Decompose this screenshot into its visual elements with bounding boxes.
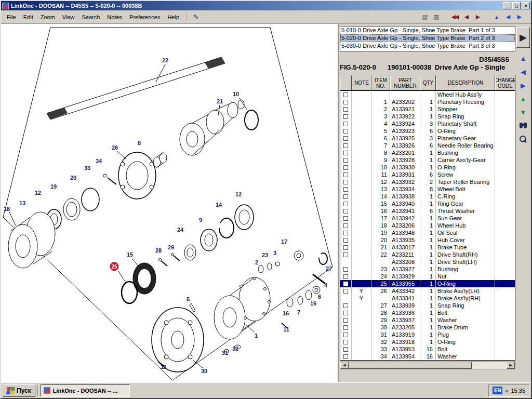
back-arrow-icon[interactable]: ◀ <box>502 12 513 22</box>
part-row-4[interactable]: 4A1339243Planetary Shaft <box>340 120 515 127</box>
part-row-32[interactable]: 32A1339181O-Ring <box>340 338 515 345</box>
row-checkbox[interactable] <box>343 136 348 141</box>
callout-6[interactable]: 6 <box>318 294 321 300</box>
row-checkbox[interactable] <box>343 114 348 119</box>
callout-10[interactable]: 10 <box>233 91 239 97</box>
callout-2[interactable]: 2 <box>255 259 258 265</box>
green-down-arrow-icon[interactable]: ▼ <box>518 107 528 117</box>
menu-notes[interactable]: Notes <box>103 12 126 22</box>
scrollbar-track[interactable] <box>349 362 507 369</box>
part-row[interactable]: A2332081Drive Shaft(LH) <box>340 258 515 265</box>
callout-26[interactable]: 26 <box>112 144 118 151</box>
callout-14[interactable]: 14 <box>216 202 222 208</box>
row-checkbox[interactable] <box>343 122 348 126</box>
part-row-18[interactable]: 18A2332061Wheel Hub <box>340 222 515 229</box>
callout-25[interactable]: 25 <box>110 262 119 271</box>
up-arrow-icon[interactable]: ▲ <box>490 12 502 22</box>
part-row-26[interactable]: Y26A4333421Brake Ass'ly(LH) <box>340 287 515 295</box>
row-checkbox[interactable] <box>343 107 348 112</box>
horizontal-scrollbar[interactable]: ◀ ▶ <box>340 361 515 369</box>
row-checkbox[interactable] <box>343 318 348 323</box>
callout-21[interactable]: 21 <box>217 98 223 104</box>
row-checkbox[interactable] <box>343 129 348 134</box>
start-button[interactable]: Пуск <box>3 384 35 397</box>
menu-preferences[interactable]: Preferences <box>126 12 164 22</box>
callout-17[interactable]: 17 <box>281 238 287 245</box>
row-checkbox[interactable] <box>343 289 348 294</box>
part-row-23[interactable]: 23A1339271Bushing <box>340 265 515 273</box>
row-checkbox[interactable] <box>343 238 348 243</box>
callout-5[interactable]: 5 <box>187 296 190 302</box>
row-checkbox[interactable] <box>343 100 348 104</box>
part-row-21[interactable]: 21A4330171Brake Tube <box>340 244 515 251</box>
binoculars-icon[interactable] <box>518 121 528 131</box>
forward-arrow-icon[interactable]: ▶ <box>518 80 528 90</box>
row-checkbox[interactable] <box>343 151 348 155</box>
row-checkbox[interactable] <box>343 216 348 221</box>
row-checkbox[interactable] <box>343 267 348 272</box>
open-book-icon[interactable]: ▤ <box>419 12 430 22</box>
callout-31[interactable]: 31 <box>222 350 228 356</box>
row-checkbox[interactable] <box>343 332 348 337</box>
scrollbar-thumb[interactable] <box>349 362 472 369</box>
part-row-20[interactable]: 20A1339351Hub Cover <box>340 236 515 244</box>
callout-15[interactable]: 15 <box>127 251 133 258</box>
part-row-14[interactable]: 14A1339381C-Ring <box>340 193 515 200</box>
callout-24[interactable]: 24 <box>177 227 183 233</box>
row-checkbox[interactable] <box>343 165 348 170</box>
callout-34[interactable]: 34 <box>96 158 102 164</box>
menu-help[interactable]: Help <box>164 12 183 22</box>
tray-expand-button[interactable]: « <box>505 388 508 394</box>
part-row-6[interactable]: 6A1339253Planetary Gear <box>340 135 515 142</box>
callout-28[interactable]: 28 <box>155 247 162 254</box>
figure-list-item[interactable]: 5-020-0 Drive Axle Gp - Single, Shoe Typ… <box>340 34 515 42</box>
part-row-3[interactable]: 3A1339221Snap Ring <box>340 113 515 120</box>
rewind-icon[interactable]: ◀◀ <box>449 12 460 22</box>
menu-view[interactable]: View <box>59 12 78 22</box>
part-row-19[interactable]: 19A1339481Oil Seal <box>340 229 515 236</box>
next-page-icon[interactable]: ▶ <box>472 12 483 22</box>
part-row-10[interactable]: 10A1339301O-Ring <box>340 164 515 171</box>
menu-zoom[interactable]: Zoom <box>37 12 59 22</box>
callout-1[interactable]: 1 <box>255 332 258 339</box>
menu-search[interactable]: Search <box>78 12 103 22</box>
part-row-11[interactable]: 11A1339316Screw <box>340 171 515 178</box>
row-checkbox[interactable] <box>343 172 348 177</box>
part-row-15[interactable]: 15A1339401Ring Gear <box>340 200 515 207</box>
row-checkbox[interactable] <box>343 282 348 286</box>
row-checkbox[interactable] <box>343 245 348 250</box>
row-checkbox[interactable] <box>343 194 348 199</box>
row-checkbox[interactable] <box>343 311 348 315</box>
zoom-icon[interactable] <box>518 134 528 144</box>
callout-11[interactable]: 11 <box>283 326 289 332</box>
pages-icon[interactable]: ▥ <box>430 12 442 22</box>
callout-32[interactable]: 32 <box>232 345 238 352</box>
callout-12[interactable]: 12 <box>235 191 242 197</box>
minimize-button[interactable]: _ <box>503 2 511 9</box>
row-checkbox[interactable] <box>343 143 348 148</box>
part-row-30[interactable]: 30A2332051Brake Drum <box>340 324 515 331</box>
callout-22[interactable]: 22 <box>162 57 168 63</box>
part-row-24[interactable]: 24A1339291Nut <box>340 273 515 280</box>
callout-4[interactable]: 4 <box>324 282 327 288</box>
pen-tool-icon[interactable]: ✎ <box>190 12 202 22</box>
callout-20[interactable]: 20 <box>70 175 76 181</box>
row-checkbox[interactable] <box>343 231 348 235</box>
callout-12[interactable]: 12 <box>35 190 41 196</box>
part-row-13[interactable]: 13A1339348Wheel Bolt <box>340 185 515 193</box>
row-checkbox[interactable] <box>343 325 348 330</box>
callout-13[interactable]: 13 <box>19 200 25 206</box>
figure-list-item[interactable]: 5-010-0 Drive Axle Gp - Single, Shoe Typ… <box>340 26 515 34</box>
part-row-17[interactable]: 17A1339421Sun Gear <box>340 215 515 222</box>
part-row-9[interactable]: 9A1339281Carrier Ass'ly-Gear <box>340 156 515 164</box>
up-arrow-icon[interactable]: ▲ <box>518 53 528 63</box>
menu-file[interactable]: File <box>3 12 20 22</box>
part-row-1[interactable]: 1A2332021Planetary Housing <box>340 98 515 105</box>
green-up-arrow-icon[interactable]: ▲ <box>518 94 528 104</box>
row-checkbox[interactable] <box>343 223 348 228</box>
row-checkbox[interactable] <box>343 347 348 352</box>
part-row[interactable]: Wheel Hub Ass'ly <box>340 91 515 98</box>
row-checkbox[interactable] <box>343 252 348 257</box>
row-checkbox[interactable] <box>343 180 348 184</box>
part-row-12[interactable]: 12A1339322Taper Roller Bearing <box>340 178 515 185</box>
